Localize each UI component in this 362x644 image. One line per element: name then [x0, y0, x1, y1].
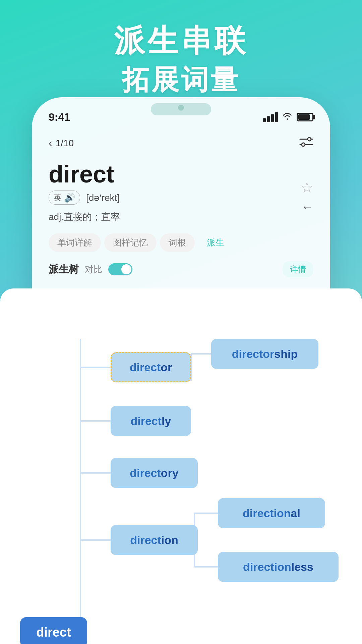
word-tree-card: direct director directorship directly di… [0, 288, 362, 644]
history-back-icon[interactable]: ← [301, 200, 313, 214]
sound-icon: 🔊 [64, 193, 75, 203]
header-line2: 拓展词量 [0, 62, 362, 99]
node-directly[interactable]: directly [111, 406, 191, 436]
tree-diagram: direct director directorship directly di… [13, 305, 349, 644]
tab-bar: 单词详解 图样记忆 词根 派生 [49, 233, 313, 252]
derivative-header: 派生树 对比 详情 [49, 261, 313, 277]
tab-word-detail[interactable]: 单词详解 [49, 233, 101, 252]
node-direct-text: direct [36, 625, 71, 640]
node-direct[interactable]: direct [20, 617, 87, 644]
svg-point-3 [302, 143, 305, 146]
status-icons [263, 112, 313, 122]
favorite-icon[interactable]: ☆ [300, 179, 313, 196]
toggle-knob [121, 264, 131, 274]
page-indicator: 1/10 [56, 138, 74, 149]
clock: 9:41 [49, 111, 70, 123]
node-directorship[interactable]: directorship [211, 339, 318, 369]
language-badge[interactable]: 英 🔊 [49, 191, 80, 205]
tab-image-memory[interactable]: 图样记忆 [104, 233, 157, 252]
word-definition: adj.直接的；直率 [49, 211, 313, 223]
header-section: 派生串联 拓展词量 [0, 20, 362, 99]
node-director[interactable]: director [111, 352, 191, 382]
tab-root[interactable]: 词根 [160, 233, 195, 252]
node-directional[interactable]: directional [218, 498, 325, 528]
node-director-base: direct [130, 361, 161, 374]
signal-icon [263, 112, 278, 122]
contrast-label: 对比 [85, 264, 102, 275]
phone-content: ‹ 1/10 direct 英 🔊 [də'rekt] ☆ ← [32, 129, 330, 287]
back-arrow-icon: ‹ [49, 137, 52, 149]
node-directorship-base: director [232, 347, 275, 361]
status-bar: 9:41 [32, 97, 330, 131]
wifi-icon [283, 112, 292, 122]
node-directory[interactable]: directory [111, 458, 198, 488]
language-label: 英 [54, 192, 62, 203]
derivative-title: 派生树 对比 [49, 263, 132, 276]
word-title: direct [49, 160, 313, 188]
node-direction[interactable]: direction [111, 525, 198, 555]
contrast-toggle[interactable] [108, 263, 132, 275]
navigation-bar: ‹ 1/10 [49, 136, 313, 150]
phonetic-text: [də'rekt] [86, 192, 120, 203]
battery-icon [297, 113, 313, 121]
node-directionless[interactable]: directionless [218, 552, 339, 582]
svg-point-1 [308, 138, 311, 141]
header-line1: 派生串联 [0, 20, 362, 62]
detail-button[interactable]: 详情 [283, 261, 313, 277]
word-meta: 英 🔊 [də'rekt] [49, 191, 313, 205]
filter-icon[interactable] [299, 136, 313, 150]
back-button[interactable]: ‹ 1/10 [49, 137, 74, 149]
tab-derivative[interactable]: 派生 [198, 233, 233, 252]
